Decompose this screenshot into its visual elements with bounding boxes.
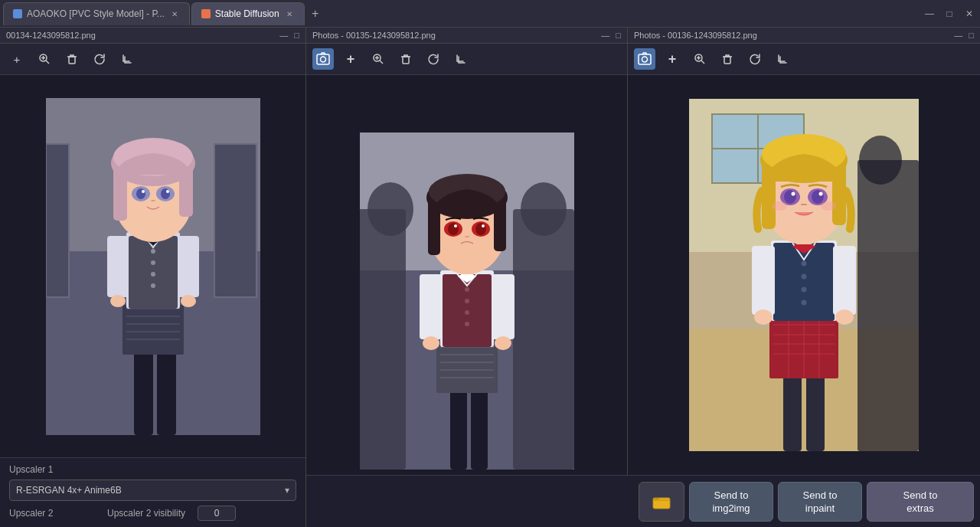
right-photo-button[interactable] [634,48,655,70]
close-button[interactable]: ✕ [962,6,977,21]
gallery-button[interactable] [639,482,684,522]
center-character-image [360,133,574,470]
minimize-button[interactable]: — [922,6,937,21]
svg-point-114 [802,274,807,280]
main-area: 00134-1243095812.png — □ + [0,28,980,527]
send-to-extras-button[interactable]: Send to extras [867,482,974,522]
left-titlebar: 00134-1243095812.png — □ [0,28,305,44]
svg-rect-102 [806,367,825,451]
svg-rect-55 [450,385,467,470]
svg-rect-112 [773,243,835,321]
svg-point-24 [151,283,155,288]
right-title: Photos - 00136-1243095812.png [634,31,757,40]
svg-point-134 [821,201,836,211]
svg-line-88 [701,61,704,64]
left-delete-button[interactable] [61,48,83,70]
new-tab-button[interactable]: + [306,5,325,23]
upscaler2-visibility-label: Upscaler 2 visibility [107,508,185,519]
svg-rect-51 [513,209,574,470]
svg-point-54 [368,182,413,236]
right-zoom-icon [694,53,706,65]
upscaler1-label: Upscaler 1 [9,464,70,475]
left-rotate-button[interactable] [89,48,110,70]
tab1-label: AOAOKO [PVC Style Model] - P... [27,8,165,19]
svg-point-22 [151,260,155,265]
right-crop-button[interactable] [772,48,793,70]
right-rotate-button[interactable] [744,48,766,70]
svg-point-67 [465,310,469,315]
tab2-icon [201,9,211,18]
upscaler1-select[interactable]: R-ESRGAN 4x+ Anime6B ▾ [9,480,296,501]
svg-point-82 [475,223,486,235]
center-crop-button[interactable] [450,48,472,70]
svg-point-84 [482,224,485,227]
tab2-close[interactable]: ✕ [284,8,295,19]
right-zoom-button[interactable] [689,48,710,70]
send-to-img2img-button[interactable]: Send to img2img [689,482,773,522]
tab1-close[interactable]: ✕ [169,8,180,19]
center-delete-button[interactable] [395,48,416,70]
left-panel: 00134-1243095812.png — □ + [0,28,306,527]
rotate-icon [93,53,106,65]
right-minimize[interactable]: — [954,31,962,40]
right-add-icon: + [668,51,677,67]
upscaler1-select-row: R-ESRGAN 4x+ Anime6B ▾ [9,480,296,501]
svg-rect-85 [639,54,651,64]
center-zoom-button[interactable] [368,48,389,70]
send-to-inpaint-button[interactable]: Send to inpaint [778,482,862,522]
center-trash-icon [400,53,412,65]
svg-point-72 [495,336,511,350]
right-add-button[interactable]: + [662,48,683,70]
right-restore[interactable]: □ [969,31,974,40]
svg-point-21 [151,249,155,254]
svg-point-68 [465,322,469,326]
left-crop-button[interactable] [116,48,138,70]
inpaint-line1: Send to [803,489,838,501]
center-photo-button[interactable] [312,48,334,70]
left-zoom-button[interactable] [34,48,55,70]
svg-point-131 [792,192,795,196]
svg-point-37 [136,188,145,199]
svg-point-52 [521,182,567,236]
tab-aoaoko[interactable]: AOAOKO [PVC Style Model] - P... ✕ [3,2,190,25]
right-character-image [689,99,919,451]
center-toolbar: + [306,44,627,75]
maximize-button[interactable]: □ [942,6,957,21]
center-rotate-button[interactable] [423,48,444,70]
tab-stable-diffusion[interactable]: Stable Diffusion ✕ [191,2,305,25]
center-add-button[interactable]: + [340,48,361,70]
center-minimize[interactable]: — [601,31,609,40]
right-panel: Photos - 00136-1243095812.png — □ + [628,28,980,527]
center-maximize[interactable]: □ [616,31,621,40]
right-delete-button[interactable] [717,48,738,70]
svg-rect-4 [69,57,75,64]
center-titlebar: Photos - 00135-1243095812.png — □ [306,28,627,44]
svg-point-28 [181,295,196,307]
trash-icon [66,53,78,65]
center-panel: Photos - 00135-1243095812.png — □ + [306,28,628,527]
left-add-button[interactable]: + [6,48,28,70]
left-minimize[interactable]: — [279,31,288,40]
svg-rect-99 [858,160,919,451]
left-toolbar: + [0,44,305,75]
inpaint-line2: inpaint [805,502,835,514]
upscaler2-row: Upscaler 2 Upscaler 2 visibility 0 [9,506,296,521]
svg-line-1 [46,61,49,64]
svg-rect-70 [492,274,514,339]
svg-rect-12 [157,343,176,435]
upscaler1-row: Upscaler 1 [9,464,296,475]
left-maximize[interactable]: □ [294,31,299,40]
upscaler1-value: R-ESRGAN 4x+ Anime6B [16,485,122,496]
upscaler2-value: 0 [198,506,236,521]
center-crop-icon [455,53,467,65]
svg-point-27 [110,295,126,307]
left-image-area [0,75,305,457]
svg-point-65 [465,287,469,292]
svg-rect-41 [317,54,329,64]
svg-point-81 [448,223,459,235]
right-titlebar: Photos - 00136-1243095812.png — □ [628,28,980,44]
extras-line1: Send to [903,489,938,501]
svg-rect-135 [653,498,670,509]
action-bar: Send to img2img Send to inpaint Send to … [306,475,980,527]
right-crop-icon [776,53,789,65]
